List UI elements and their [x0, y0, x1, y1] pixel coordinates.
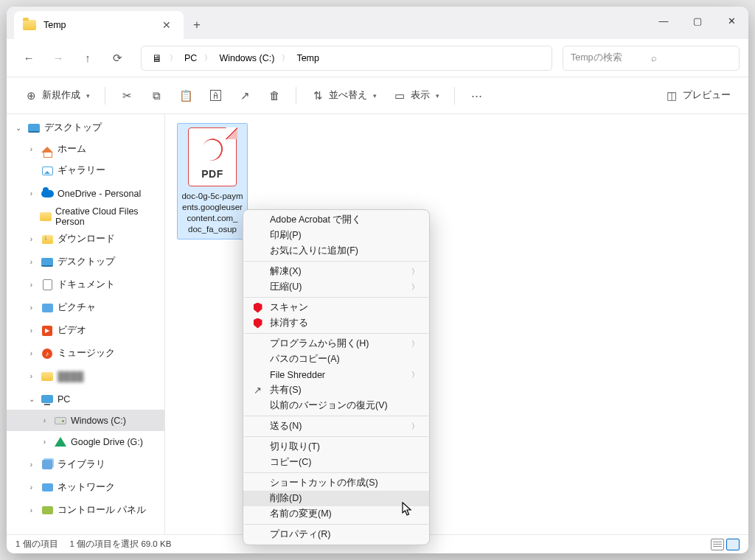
tree-item[interactable]: ›ドキュメント: [7, 274, 164, 295]
menu-item-label: 以前のバージョンの復元(V): [270, 399, 388, 412]
menu-item[interactable]: ショートカットの作成(S): [243, 475, 429, 491]
new-button[interactable]: ⊕ 新規作成 ▾: [17, 83, 97, 108]
chevron-icon[interactable]: ›: [26, 483, 37, 491]
menu-item[interactable]: 圧縮(U)〉: [243, 279, 429, 295]
rename-icon: 🄰: [209, 89, 222, 102]
menu-item[interactable]: お気に入りに追加(F): [243, 243, 429, 259]
menu-item-label: お気に入りに追加(F): [270, 245, 358, 257]
tab-title: Temp: [44, 20, 150, 30]
chevron-icon[interactable]: ›: [26, 506, 37, 514]
chevron-icon[interactable]: ›: [26, 349, 37, 357]
tree-item[interactable]: ›ダウンロード: [7, 228, 164, 250]
maximize-button[interactable]: ▢: [681, 7, 714, 35]
breadcrumb-item[interactable]: PC: [180, 51, 201, 66]
up-button[interactable]: ↑: [74, 45, 101, 71]
tree-item[interactable]: ›████: [7, 365, 164, 387]
menu-separator: [244, 261, 428, 262]
chevron-down-icon: ▾: [373, 92, 377, 99]
mshield-icon: [252, 318, 263, 329]
tree-item[interactable]: Creative Cloud Files Person: [7, 206, 164, 227]
menu-item[interactable]: スキャン: [243, 300, 429, 315]
tree-item[interactable]: ›デスクトップ: [7, 251, 164, 273]
chevron-icon[interactable]: ›: [26, 326, 37, 335]
tree-item[interactable]: ›Windows (C:): [7, 410, 164, 431]
tab[interactable]: Temp ✕: [14, 11, 184, 39]
chevron-icon[interactable]: ›: [26, 258, 37, 266]
menu-item[interactable]: 印刷(P): [243, 228, 429, 243]
chevron-icon[interactable]: ›: [39, 438, 50, 446]
minimize-button[interactable]: —: [647, 7, 681, 35]
tree-item[interactable]: ⌄PC: [7, 388, 164, 410]
tree-item[interactable]: ›ピクチャ: [7, 297, 164, 318]
menu-item[interactable]: File Shredder〉: [243, 367, 429, 382]
details-view-button[interactable]: [711, 539, 724, 550]
menu-item[interactable]: ↗共有(S): [243, 382, 429, 398]
menu-item[interactable]: 抹消する: [243, 315, 429, 331]
tree-item[interactable]: ›ホーム: [7, 139, 164, 160]
search-input[interactable]: Tempの検索 ⌕: [563, 46, 740, 71]
rename-button[interactable]: 🄰: [201, 83, 229, 108]
tree-item[interactable]: ギャラリー: [7, 160, 164, 181]
chevron-icon[interactable]: ›: [26, 189, 37, 197]
chevron-icon[interactable]: ›: [26, 372, 37, 380]
preview-button[interactable]: ◫ プレビュー: [658, 83, 738, 108]
tree-item[interactable]: ›OneDrive - Personal: [7, 183, 164, 204]
cut-button[interactable]: ✂: [113, 83, 141, 108]
menu-item[interactable]: プロパティ(R): [243, 527, 429, 542]
tab-close-button[interactable]: ✕: [157, 15, 176, 35]
share-button[interactable]: ↗: [231, 83, 259, 108]
tree-item[interactable]: ›ライブラリ: [7, 454, 164, 475]
forward-button[interactable]: →: [45, 45, 72, 71]
menu-item[interactable]: 名前の変更(M): [243, 506, 429, 522]
tree-item[interactable]: ›▶ビデオ: [7, 320, 164, 341]
tree-label: デスクトップ: [44, 122, 102, 134]
chevron-right-icon: 〉: [168, 53, 178, 63]
chevron-icon[interactable]: ›: [26, 281, 37, 289]
copy-icon: ⧉: [150, 89, 163, 102]
chevron-icon[interactable]: ›: [26, 461, 37, 469]
menu-item[interactable]: パスのコピー(A): [243, 351, 429, 367]
pic-icon: [41, 301, 54, 315]
tree-item[interactable]: ›♪ミュージック: [7, 343, 164, 364]
menu-item[interactable]: プログラムから開く(H)〉: [243, 336, 429, 351]
menu-item[interactable]: 切り取り(T): [243, 439, 429, 455]
gallery-icon: [41, 164, 54, 178]
menu-item[interactable]: 削除(D): [243, 491, 429, 506]
chevron-icon[interactable]: ›: [39, 416, 50, 424]
home-icon: [41, 143, 54, 156]
view-button[interactable]: ▭ 表示 ▾: [386, 83, 447, 108]
tree-item[interactable]: ›Google Drive (G:): [7, 431, 164, 452]
breadcrumb-item[interactable]: Windows (C:): [215, 51, 279, 66]
file-item[interactable]: PDF doc-0g-5c-paym​ents.googleuserc​onte…: [177, 123, 248, 239]
chevron-icon[interactable]: ⌄: [13, 124, 24, 132]
menu-item[interactable]: 送る(N)〉: [243, 419, 429, 434]
paste-button[interactable]: 📋: [172, 83, 200, 108]
breadcrumb-item[interactable]: Temp: [292, 51, 324, 66]
chevron-icon[interactable]: ›: [26, 235, 37, 243]
menu-item[interactable]: 解凍(X)〉: [243, 264, 429, 279]
sidebar[interactable]: ⌄デスクトップ›ホームギャラリー›OneDrive - PersonalCrea…: [7, 114, 165, 534]
close-button[interactable]: ✕: [714, 7, 748, 35]
chevron-icon[interactable]: ›: [26, 304, 37, 312]
delete-button[interactable]: 🗑: [260, 83, 288, 108]
copy-button[interactable]: ⧉: [142, 83, 170, 108]
tree-item[interactable]: ⌄デスクトップ: [7, 117, 164, 139]
sort-button[interactable]: ⇅ 並べ替え ▾: [304, 83, 384, 108]
menu-item[interactable]: Adobe Acrobat で開く: [243, 212, 429, 228]
video-icon: ▶: [41, 324, 54, 337]
context-menu: Adobe Acrobat で開く印刷(P)お気に入りに追加(F)解凍(X)〉圧…: [243, 209, 430, 545]
more-button[interactable]: ⋯: [462, 83, 490, 108]
refresh-button[interactable]: ⟳: [104, 45, 131, 71]
menu-item[interactable]: 以前のバージョンの復元(V): [243, 398, 429, 413]
chevron-icon[interactable]: ›: [26, 145, 37, 153]
menu-item-label: ショートカットの作成(S): [270, 477, 378, 489]
chevron-icon[interactable]: ⌄: [26, 395, 37, 403]
back-button[interactable]: ←: [15, 45, 42, 71]
menu-item[interactable]: コピー(C): [243, 455, 429, 470]
tree-item[interactable]: ›コントロール パネル: [7, 500, 164, 521]
tree-item[interactable]: ›ネットワーク: [7, 477, 164, 498]
icons-view-button[interactable]: [726, 539, 740, 550]
breadcrumb[interactable]: 🖥 〉 PC 〉 Windows (C:) 〉 Temp: [141, 46, 552, 71]
breadcrumb-root-icon[interactable]: 🖥: [147, 50, 167, 66]
new-tab-button[interactable]: +: [184, 11, 210, 39]
